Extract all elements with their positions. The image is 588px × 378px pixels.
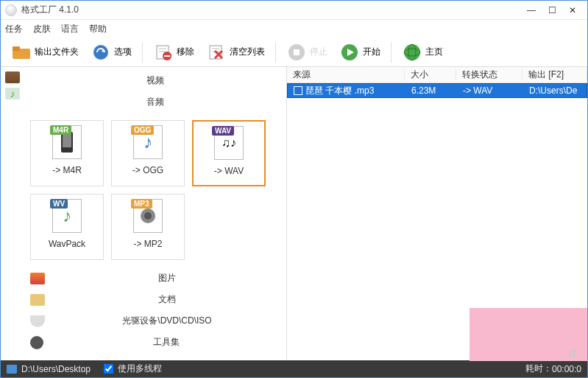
app-icon: [5, 4, 17, 16]
row-source: 琵琶 千本樱 .mp3: [288, 85, 405, 97]
start-icon: [339, 42, 360, 63]
minimize-button[interactable]: —: [521, 5, 542, 15]
format-ogg-label: -> OGG: [132, 165, 163, 175]
badge-ogg: OGG: [131, 125, 154, 135]
format-mp2-label: -> MP2: [133, 239, 162, 249]
folder-icon: [11, 42, 32, 63]
elapsed-value: 00:00:0: [552, 364, 581, 374]
separator: [142, 42, 143, 63]
badge-wav: WAV: [212, 126, 234, 136]
separator: [391, 42, 392, 63]
output-path[interactable]: D:\Users\Desktop: [21, 364, 91, 374]
remove-button[interactable]: 移除: [149, 41, 199, 64]
format-wavpack-label: WavPack: [49, 239, 85, 249]
clear-list-button[interactable]: 清空列表: [202, 41, 269, 64]
file-icon: [294, 86, 302, 95]
options-icon: [91, 42, 111, 63]
svg-point-20: [144, 212, 152, 220]
notes-icon: ♫♪: [222, 136, 236, 150]
remove-label: 移除: [177, 46, 194, 58]
section-tools[interactable]: 工具集: [52, 332, 280, 353]
output-folder-button[interactable]: 输出文件夹: [7, 41, 83, 64]
format-panel: 视频 音频 M4R -> M4R OGG♪ -> OGG WAV♫♪ -> WA…: [24, 67, 286, 360]
elapsed-label: 耗时：: [525, 363, 552, 375]
maximize-button[interactable]: ☐: [542, 5, 562, 15]
note-icon: ♪: [144, 132, 152, 153]
format-ogg[interactable]: OGG♪ -> OGG: [111, 120, 185, 186]
output-folder-label: 输出文件夹: [35, 46, 79, 58]
menu-help[interactable]: 帮助: [89, 23, 107, 35]
svg-point-14: [404, 44, 420, 60]
globe-icon: [402, 42, 422, 63]
stop-label: 停止: [310, 46, 327, 58]
col-source[interactable]: 来源: [287, 69, 405, 81]
clear-label: 清空列表: [230, 46, 265, 58]
options-label: 选项: [114, 46, 132, 58]
row-size: 6.23M: [405, 85, 457, 96]
list-header: 来源 大小 转换状态 输出 [F2]: [287, 67, 587, 83]
menubar: 任务 皮肤 语言 帮助: [1, 20, 587, 38]
col-output[interactable]: 输出 [F2]: [523, 69, 587, 81]
category-sidebar: ♪: [1, 67, 24, 360]
format-mp2[interactable]: MP3 -> MP2: [111, 194, 185, 260]
format-wavpack[interactable]: WV♪ WavPack: [30, 194, 104, 260]
section-audio[interactable]: 音频: [30, 91, 280, 113]
stop-button[interactable]: 停止: [282, 41, 332, 64]
remove-icon: [153, 42, 174, 63]
document-category-icon[interactable]: [30, 294, 45, 306]
format-m4r[interactable]: M4R -> M4R: [30, 120, 104, 186]
stop-icon: [286, 42, 307, 63]
svg-rect-7: [164, 55, 170, 57]
section-disc[interactable]: 光驱设备\DVD\CD\ISO: [54, 310, 280, 332]
section-picture[interactable]: 图片: [54, 267, 280, 289]
svg-point-2: [93, 45, 108, 60]
separator: [275, 42, 276, 63]
badge-m4r: M4R: [50, 125, 71, 135]
video-category-icon[interactable]: [5, 71, 20, 83]
menu-skin[interactable]: 皮肤: [33, 23, 51, 35]
start-button[interactable]: 开始: [335, 41, 385, 64]
titlebar: 格式工厂 4.1.0 — ☐ ✕: [1, 1, 587, 20]
audio-format-grid: M4R -> M4R OGG♪ -> OGG WAV♫♪ -> WAV WV♪ …: [30, 113, 280, 267]
row-output: D:\Users\De: [523, 85, 587, 96]
svg-rect-18: [63, 134, 71, 147]
menu-task[interactable]: 任务: [5, 23, 23, 35]
section-document[interactable]: 文档: [54, 289, 280, 310]
svg-rect-12: [294, 49, 300, 55]
multithread-checkbox[interactable]: [104, 364, 113, 374]
multithread-label: 使用多线程: [118, 363, 162, 375]
svg-rect-1: [13, 46, 20, 51]
clear-icon: [206, 42, 227, 63]
section-video[interactable]: 视频: [30, 70, 280, 91]
disc-category-icon[interactable]: [30, 315, 45, 327]
note-icon: ♪: [63, 206, 71, 226]
row-state: -> WAV: [457, 85, 523, 96]
col-size[interactable]: 大小: [405, 69, 456, 81]
home-button[interactable]: 主页: [397, 41, 447, 64]
format-m4r-label: -> M4R: [52, 165, 82, 175]
audio-category-icon[interactable]: ♪: [5, 88, 20, 99]
statusbar: D:\Users\Desktop 使用多线程 耗时： 00:00:0: [1, 360, 587, 377]
speaker-icon: [139, 207, 157, 225]
col-state[interactable]: 转换状态: [456, 69, 523, 81]
picture-category-icon[interactable]: [30, 273, 45, 284]
badge-mp2: MP3: [131, 199, 152, 209]
format-wav[interactable]: WAV♫♪ -> WAV: [192, 120, 266, 186]
close-button[interactable]: ✕: [562, 5, 583, 15]
badge-wv: WV: [50, 199, 68, 209]
task-row[interactable]: 琵琶 千本樱 .mp3 6.23M -> WAV D:\Users\De: [287, 83, 587, 98]
watermark: a: [569, 344, 585, 360]
menu-language[interactable]: 语言: [61, 23, 79, 35]
toolbar: 输出文件夹 选项 移除 清空列表 停止 开始 主页: [1, 38, 587, 67]
format-wav-label: -> WAV: [214, 166, 244, 176]
home-label: 主页: [425, 46, 443, 58]
start-label: 开始: [363, 46, 380, 58]
window-title: 格式工厂 4.1.0: [21, 4, 521, 16]
tools-category-icon[interactable]: [30, 336, 43, 349]
disk-icon: [7, 365, 17, 374]
options-button[interactable]: 选项: [86, 41, 136, 64]
